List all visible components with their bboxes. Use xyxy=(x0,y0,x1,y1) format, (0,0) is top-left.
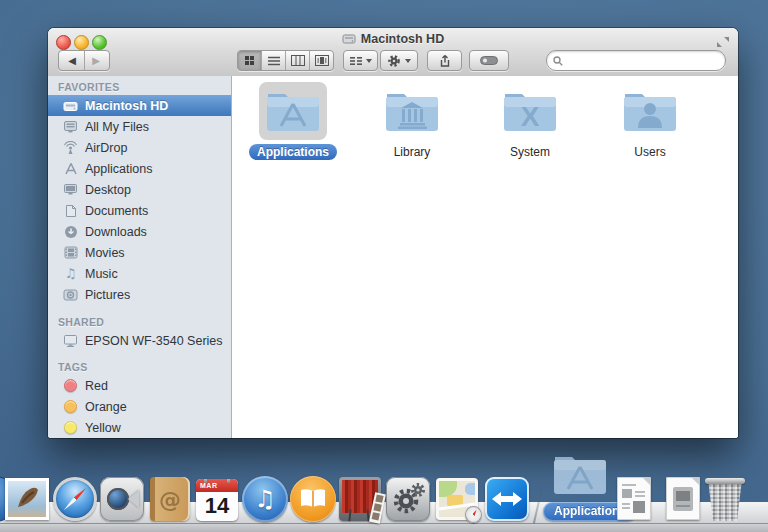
sidebar-item-music[interactable]: ♫ Music xyxy=(48,263,231,284)
sidebar-section-tags: TAGS xyxy=(58,359,231,375)
window-header: Macintosh HD ◀ ▶ xyxy=(48,28,738,77)
folder-label: Applications xyxy=(249,144,337,160)
hard-drive-icon xyxy=(62,98,79,114)
dock-front-edge xyxy=(0,523,768,532)
shared-display-icon xyxy=(62,333,79,349)
forward-button[interactable]: ▶ xyxy=(85,51,108,70)
sidebar-item-label: Pictures xyxy=(85,288,130,302)
file-browser-area: Applications Library X xyxy=(232,76,738,438)
gear-icon xyxy=(387,54,401,68)
sidebar-item-label: Orange xyxy=(85,400,127,414)
sidebar-item-label: AirDrop xyxy=(85,141,127,155)
users-folder-icon xyxy=(621,88,679,134)
orange-tag-icon xyxy=(62,399,79,415)
sidebar-section-favorites: FAVORITES xyxy=(58,79,231,95)
trash-icon[interactable] xyxy=(702,476,742,522)
chevron-down-icon xyxy=(405,59,411,63)
maps-icon[interactable] xyxy=(434,476,480,522)
sidebar-item-label: Macintosh HD xyxy=(85,99,168,113)
sidebar-item-label: Applications xyxy=(85,162,152,176)
fullscreen-icon[interactable] xyxy=(716,34,730,46)
sidebar-item-pictures[interactable]: Pictures xyxy=(48,284,231,305)
sidebar-item-desktop[interactable]: Desktop xyxy=(48,179,231,200)
contacts-icon[interactable]: @ xyxy=(147,476,193,522)
film-icon xyxy=(62,245,79,261)
calendar-day: 14 xyxy=(196,492,238,520)
sidebar-item-movies[interactable]: Movies xyxy=(48,242,231,263)
share-icon xyxy=(438,54,452,68)
toolbar: ◀ ▶ xyxy=(48,48,738,76)
sidebar-item-label: Yellow xyxy=(85,421,121,435)
sidebar-item-label: Music xyxy=(85,267,118,281)
column-view-button[interactable] xyxy=(286,51,310,70)
sidebar-item-label: Red xyxy=(85,379,108,393)
calendar-month: MAR xyxy=(196,479,238,492)
sidebar-item-label: Downloads xyxy=(85,225,147,239)
list-view-button[interactable] xyxy=(262,51,286,70)
sidebar-item-tag-orange[interactable]: Orange xyxy=(48,396,231,417)
safari-icon[interactable] xyxy=(52,476,98,522)
svg-text:X: X xyxy=(521,101,540,132)
sidebar-item-epson-printer[interactable]: EPSON WF-3540 Series xyxy=(48,330,231,351)
mail-icon[interactable] xyxy=(4,476,50,522)
photo-booth-icon[interactable] xyxy=(337,476,383,522)
sidebar-item-macintosh-hd[interactable]: Macintosh HD xyxy=(48,95,231,116)
arrange-button[interactable] xyxy=(343,50,378,71)
music-note-icon: ♫ xyxy=(62,266,79,282)
folder-library[interactable]: Library xyxy=(367,82,457,160)
finder-window: Macintosh HD ◀ ▶ xyxy=(48,28,738,438)
back-button[interactable]: ◀ xyxy=(61,51,85,70)
sidebar-item-airdrop[interactable]: AirDrop xyxy=(48,137,231,158)
document-stack-icon[interactable] xyxy=(611,476,645,522)
library-folder-icon xyxy=(383,88,441,134)
desktop-icon xyxy=(62,182,79,198)
photo-icon xyxy=(62,287,79,303)
search-field[interactable] xyxy=(546,50,726,71)
folder-label: System xyxy=(502,144,558,160)
yellow-tag-icon xyxy=(62,420,79,436)
sidebar-item-label: EPSON WF-3540 Series xyxy=(85,334,223,348)
chevron-down-icon xyxy=(366,59,372,63)
sidebar-item-tag-red[interactable]: Red xyxy=(48,375,231,396)
icon-view-button[interactable] xyxy=(238,51,262,70)
action-button[interactable] xyxy=(380,50,418,71)
coverflow-view-button[interactable] xyxy=(310,51,333,70)
applications-icon xyxy=(62,161,79,177)
calendar-icon[interactable]: MAR 14 xyxy=(194,476,240,522)
document-stack-icon[interactable] xyxy=(660,476,694,522)
gears-glyph xyxy=(389,480,427,518)
double-arrow-glyph xyxy=(492,491,522,507)
sidebar-item-downloads[interactable]: Downloads xyxy=(48,221,231,242)
folder-label: Library xyxy=(386,144,439,160)
folder-system[interactable]: X System xyxy=(485,82,575,160)
window-title: Macintosh HD xyxy=(361,32,444,46)
facetime-icon[interactable] xyxy=(99,476,145,522)
sidebar: FAVORITES Macintosh HD All My Files AirD… xyxy=(48,76,232,438)
itunes-icon[interactable]: ♫ xyxy=(242,476,288,522)
sidebar-item-label: Documents xyxy=(85,204,148,218)
sidebar-item-label: All My Files xyxy=(85,120,149,134)
sidebar-item-documents[interactable]: Documents xyxy=(48,200,231,221)
teamviewer-icon[interactable] xyxy=(484,476,530,522)
share-button[interactable] xyxy=(427,50,462,71)
download-icon xyxy=(62,224,79,240)
sidebar-item-all-my-files[interactable]: All My Files xyxy=(48,116,231,137)
tags-button[interactable] xyxy=(469,50,509,71)
airdrop-icon xyxy=(62,140,79,156)
system-preferences-icon[interactable] xyxy=(385,476,431,522)
view-switcher xyxy=(237,50,334,71)
sidebar-item-tag-yellow[interactable]: Yellow xyxy=(48,417,231,438)
search-input[interactable] xyxy=(567,53,725,68)
ibooks-icon[interactable] xyxy=(290,476,336,522)
hard-drive-proxy-icon xyxy=(342,33,356,48)
system-folder-icon: X xyxy=(501,88,559,134)
back-forward-group: ◀ ▶ xyxy=(58,50,110,71)
folder-applications[interactable]: Applications xyxy=(248,82,338,160)
search-icon xyxy=(553,56,563,66)
document-icon xyxy=(62,203,79,219)
folder-users[interactable]: Users xyxy=(605,82,695,160)
sidebar-item-applications[interactable]: Applications xyxy=(48,158,231,179)
dragged-applications-folder-icon[interactable] xyxy=(551,450,609,498)
applications-folder-icon xyxy=(264,88,322,134)
sidebar-section-shared: SHARED xyxy=(58,314,231,330)
